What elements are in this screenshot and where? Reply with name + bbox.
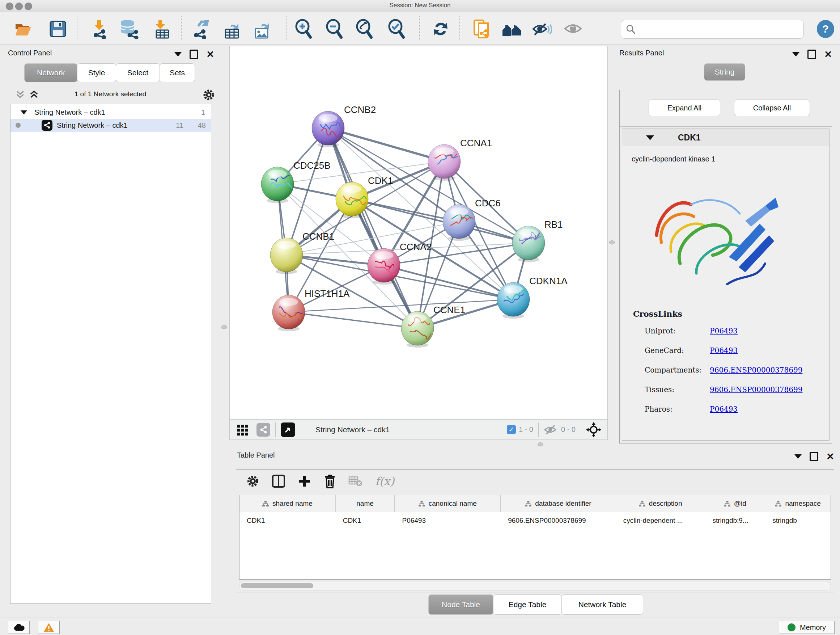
hide-selected-icon[interactable]	[532, 19, 552, 39]
network-collection-row[interactable]: String Network – cdk1 1	[11, 106, 211, 119]
selected-checkbox[interactable]: ✓	[507, 425, 516, 434]
collection-count: 1	[201, 108, 205, 117]
panel-menu-button[interactable]	[174, 52, 182, 57]
pan-crosshair-icon[interactable]	[586, 422, 602, 438]
hierarchy-icon	[525, 501, 531, 507]
table-settings-gear-icon[interactable]	[246, 475, 259, 488]
save-session-icon[interactable]	[48, 19, 68, 39]
network-view-canvas[interactable]: CCNB2CCNA1CDC25BCDK1CDC6RB1CCNB1CCNA2CDK…	[229, 46, 608, 440]
vertical-splitter-handle[interactable]	[609, 241, 615, 244]
node-table[interactable]: shared name name canonical name database…	[239, 495, 831, 580]
export-table-icon[interactable]	[223, 19, 243, 39]
hidden-counts: 0 - 0	[561, 425, 576, 434]
gene-accordion-header[interactable]: CDK1	[622, 129, 829, 147]
node-label-CCNA2: CCNA2	[400, 241, 431, 252]
node-CCNB1[interactable]	[270, 238, 303, 274]
hierarchy-icon	[418, 501, 425, 507]
horizontal-splitter-handle[interactable]	[538, 442, 543, 447]
add-column-icon[interactable]	[298, 474, 311, 488]
node-RB1[interactable]	[512, 226, 545, 262]
hidden-eye-icon	[544, 424, 558, 435]
panel-float-button[interactable]	[807, 50, 816, 59]
network-view-title: String Network – cdk1	[316, 425, 390, 434]
search-input[interactable]	[639, 25, 804, 34]
tab-string[interactable]: String	[704, 63, 745, 81]
zoom-out-icon[interactable]	[325, 19, 345, 39]
node-count: 11	[176, 121, 183, 130]
panel-close-button[interactable]: ✕	[206, 51, 214, 58]
zoom-in-icon[interactable]	[294, 19, 314, 39]
network-graph[interactable]: CCNB2CCNA1CDC25BCDK1CDC6RB1CCNB1CCNA2CDK…	[230, 46, 607, 419]
column-header: database identifier	[501, 495, 616, 512]
warnings-button[interactable]	[38, 621, 60, 634]
tree-expander-icon[interactable]	[21, 111, 27, 114]
table-tabs: Node Table Edge Table Network Table	[429, 594, 643, 615]
tab-node-table[interactable]: Node Table	[428, 594, 493, 615]
node-HIST1H1A[interactable]	[272, 295, 305, 331]
import-network-icon[interactable]	[90, 19, 111, 39]
toolbar-search[interactable]	[621, 20, 804, 39]
crosslink-link[interactable]: P06493	[710, 405, 737, 413]
node-CDK1[interactable]	[336, 182, 368, 218]
tab-network-table[interactable]: Network Table	[561, 594, 643, 615]
export-image-icon[interactable]	[253, 19, 273, 39]
crosslink-row: Uniprot:P06493	[645, 326, 818, 341]
panel-close-button[interactable]: ✕	[826, 453, 834, 460]
crosslink-link[interactable]: P06493	[710, 346, 737, 355]
scrollbar-thumb[interactable]	[241, 583, 313, 588]
node-CDC25B[interactable]	[261, 167, 294, 203]
zoom-selected-icon[interactable]	[387, 19, 407, 39]
crosslink-link[interactable]: P06493	[710, 326, 737, 335]
panel-menu-button[interactable]	[792, 52, 799, 57]
panel-close-button[interactable]: ✕	[824, 51, 832, 58]
vertical-splitter-handle[interactable]	[221, 325, 227, 329]
crosslink-link[interactable]: 9606.ENSP00000378699	[710, 385, 802, 394]
panel-float-button[interactable]	[810, 452, 818, 461]
memory-status-dot	[788, 624, 796, 631]
network-view-row-selected[interactable]: String Network – cdk1 11 48	[11, 119, 211, 132]
collapse-all-button[interactable]: Collapse All	[734, 100, 810, 116]
birds-eye-view-icon[interactable]	[281, 423, 295, 437]
crosslink-link[interactable]: 9606.ENSP00000378699	[710, 366, 802, 374]
import-table-icon[interactable]	[152, 19, 172, 39]
panel-menu-button[interactable]	[794, 454, 802, 459]
tab-sets[interactable]: Sets	[159, 63, 195, 82]
select-columns-icon[interactable]	[272, 474, 286, 488]
gear-icon[interactable]	[202, 89, 215, 101]
tab-network[interactable]: Network	[24, 63, 77, 82]
grid-view-icon[interactable]	[236, 423, 249, 436]
node-CCNE1[interactable]	[401, 311, 434, 348]
crosslink-row: GeneCard:P06493	[645, 346, 818, 361]
zoom-fit-icon[interactable]	[355, 19, 375, 39]
network-view-mode-icon[interactable]	[256, 423, 270, 437]
gene-details: cyclin-dependent kinase 1	[622, 146, 829, 440]
table-row[interactable]: CDK1 CDK1 P06493 9606.ENSP00000378699 cy…	[240, 512, 831, 529]
accordion-expander-icon[interactable]	[646, 135, 654, 140]
first-neighbors-icon[interactable]	[502, 19, 522, 39]
delete-trash-icon[interactable]	[324, 474, 336, 488]
tab-style[interactable]: Style	[77, 63, 116, 82]
memory-button[interactable]: Memory	[779, 621, 835, 634]
panel-float-button[interactable]	[189, 50, 198, 59]
tab-select[interactable]: Select	[116, 63, 160, 82]
expand-all-button[interactable]: Expand All	[649, 100, 720, 116]
control-panel: Control Panel ✕ Network Style Select Set…	[3, 46, 218, 606]
node-CDC6[interactable]	[443, 204, 475, 241]
horizontal-scrollbar[interactable]	[239, 582, 831, 591]
tab-edge-table[interactable]: Edge Table	[493, 594, 562, 615]
column-header: canonical name	[395, 495, 501, 512]
show-all-icon-disabled	[564, 19, 584, 39]
title-bar: Session: New Session	[0, 0, 840, 12]
node-CCNA1[interactable]	[428, 144, 461, 181]
export-network-icon[interactable]	[191, 19, 211, 39]
help-button[interactable]: ?	[817, 20, 834, 38]
open-file-icon[interactable]	[13, 19, 34, 39]
node-CDKN1A[interactable]	[497, 282, 530, 318]
duplicate-network-icon[interactable]	[472, 19, 493, 39]
cloud-status-button[interactable]	[8, 621, 30, 634]
results-button-row: Expand All Collapse All	[620, 90, 832, 127]
refresh-icon[interactable]	[431, 19, 451, 39]
node-CCNB2[interactable]	[312, 111, 344, 147]
app-statusbar: Memory	[0, 618, 840, 635]
import-network-from-database-icon[interactable]	[119, 19, 139, 39]
